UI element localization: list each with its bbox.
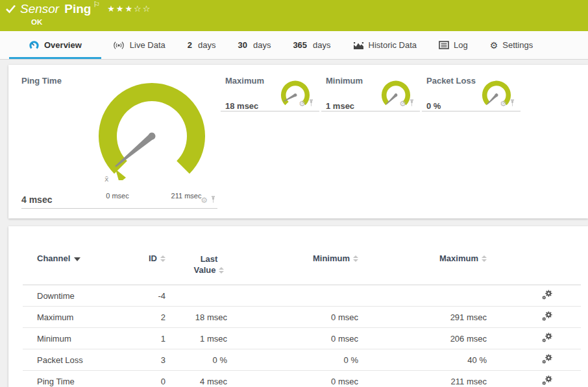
minimum-gauge-title: Minimum xyxy=(326,76,363,86)
channel-minimum: 0 % xyxy=(227,349,358,371)
col-header-last-value[interactable]: Last Value xyxy=(165,250,227,285)
channels-panel: Channel ID Last Value Minimum Maximum xyxy=(8,226,588,387)
channels-table: Channel ID Last Value Minimum Maximum xyxy=(23,250,581,387)
channel-id: -4 xyxy=(143,285,165,307)
table-row[interactable]: Ping Time 0 4 msec 0 msec 211 msec xyxy=(23,371,581,387)
flag-icon[interactable]: ⚐ xyxy=(93,0,100,9)
channel-maximum: 211 msec xyxy=(358,371,487,387)
tab-live-data[interactable]: Live Data xyxy=(101,31,177,59)
channel-id: 1 xyxy=(143,328,165,349)
ping-time-value: 4 msec xyxy=(21,194,52,205)
tab-settings[interactable]: ⚙ Settings xyxy=(479,31,545,59)
channel-last-value xyxy=(165,285,227,307)
packet-loss-value: 0 % xyxy=(426,101,441,111)
channel-settings-gears-icon[interactable] xyxy=(541,314,554,323)
sort-icon xyxy=(482,255,487,262)
table-row[interactable]: Downtime -4 xyxy=(23,285,581,307)
channel-minimum: 0 msec xyxy=(227,371,358,387)
channel-id: 3 xyxy=(143,349,165,371)
col-header-id[interactable]: ID xyxy=(143,250,165,285)
tab-overview[interactable]: Overview xyxy=(9,31,101,59)
col-header-minimum[interactable]: Minimum xyxy=(227,250,358,285)
ping-time-gauge xyxy=(95,79,209,180)
stars-empty: ☆☆ xyxy=(134,4,151,14)
channel-name[interactable]: Ping Time xyxy=(23,371,143,387)
tab-30-days[interactable]: 30 days xyxy=(227,31,282,59)
table-row[interactable]: Maximum 2 18 msec 0 msec 291 msec xyxy=(23,307,581,328)
tile-pin-icon[interactable] xyxy=(308,98,314,110)
channel-name[interactable]: Downtime xyxy=(23,285,143,307)
channel-name[interactable]: Maximum xyxy=(23,307,143,328)
channel-last-value: 18 msec xyxy=(165,307,227,328)
channel-minimum: 0 msec xyxy=(227,307,358,328)
sensor-name: Ping xyxy=(64,2,91,16)
sorted-desc-icon xyxy=(74,257,80,261)
maximum-gauge-tile: Maximum 18 msec ⚙ xyxy=(221,73,319,111)
tile-pin-icon[interactable] xyxy=(409,98,415,110)
channel-id: 0 xyxy=(143,371,165,387)
prtg-sensor-page: Sensor Ping ⚐ ★★★☆☆ OK Overview Live Dat… xyxy=(0,0,588,387)
channel-maximum: 206 msec xyxy=(358,328,487,349)
tab-30-days-number: 30 xyxy=(238,40,247,50)
channel-settings-gears-icon[interactable] xyxy=(541,292,554,302)
channel-last-value: 0 % xyxy=(165,349,227,371)
packet-loss-gauge-title: Packet Loss xyxy=(426,76,476,86)
main-gauge-title: Ping Time xyxy=(21,76,62,86)
tile-pin-icon[interactable] xyxy=(509,98,515,110)
col-header-maximum[interactable]: Maximum xyxy=(358,250,487,285)
minimum-value: 1 msec xyxy=(326,101,354,111)
log-icon xyxy=(439,41,449,49)
tile-settings-gear-icon[interactable]: ⚙ xyxy=(399,99,406,108)
tab-live-data-label: Live Data xyxy=(130,40,165,50)
tile-settings-gear-icon[interactable]: ⚙ xyxy=(500,99,507,108)
tab-overview-label: Overview xyxy=(44,40,82,50)
tab-historic-data-label: Historic Data xyxy=(369,40,417,50)
tab-settings-label: Settings xyxy=(502,40,533,50)
channel-maximum: 40 % xyxy=(358,349,487,371)
status-ok-check-icon xyxy=(5,4,16,16)
status-badge: OK xyxy=(31,18,42,26)
maximum-value: 18 msec xyxy=(225,101,258,111)
channel-last-value: 4 msec xyxy=(165,371,227,387)
tab-log-label: Log xyxy=(454,40,468,50)
sort-icon xyxy=(219,267,224,274)
priority-stars[interactable]: ★★★☆☆ xyxy=(107,4,151,14)
tab-bar: Overview Live Data 2 days 30 days 365 da… xyxy=(0,31,588,60)
tab-2-days-label: days xyxy=(198,40,215,50)
channel-maximum: 291 msec xyxy=(358,307,487,328)
tab-30-days-label: days xyxy=(253,40,271,50)
sensor-type-label: Sensor xyxy=(20,2,59,16)
tile-settings-gear-icon[interactable]: ⚙ xyxy=(201,196,208,205)
tab-365-days[interactable]: 365 days xyxy=(282,31,341,59)
ping-time-gauge-tile: Ping Time x̄ 0 msec 211 msec 4 msec ⚙ xyxy=(21,73,217,209)
table-row[interactable]: Minimum 1 1 msec 0 msec 206 msec xyxy=(23,328,581,349)
channel-minimum xyxy=(227,285,358,307)
sensor-header: Sensor Ping ⚐ ★★★☆☆ OK xyxy=(0,0,588,31)
sort-icon xyxy=(353,255,358,262)
gear-icon: ⚙ xyxy=(490,40,498,51)
channel-settings-gears-icon[interactable] xyxy=(541,378,554,387)
tab-historic-data[interactable]: Historic Data xyxy=(342,31,428,59)
tile-settings-gear-icon[interactable]: ⚙ xyxy=(299,99,306,108)
broadcast-icon xyxy=(112,41,125,50)
channel-maximum xyxy=(358,285,487,307)
packet-loss-gauge-tile: Packet Loss 0 % ⚙ xyxy=(422,73,521,111)
sort-icon xyxy=(160,255,165,262)
gauge-min-label: 0 msec xyxy=(98,192,137,200)
col-header-channel[interactable]: Channel xyxy=(23,250,143,285)
tab-365-days-label: days xyxy=(313,40,330,50)
channel-minimum: 0 msec xyxy=(227,328,358,349)
channel-name[interactable]: Minimum xyxy=(23,328,143,349)
channel-name[interactable]: Packet Loss xyxy=(23,349,143,371)
channel-settings-gears-icon[interactable] xyxy=(541,335,554,345)
area-chart-icon xyxy=(353,41,364,50)
tab-2-days-number: 2 xyxy=(188,40,192,50)
tab-2-days[interactable]: 2 days xyxy=(177,31,227,59)
gauges-panel: Ping Time x̄ 0 msec 211 msec 4 msec ⚙ Ma… xyxy=(8,65,588,218)
average-marker: x̄ xyxy=(104,175,109,183)
table-row[interactable]: Packet Loss 3 0 % 0 % 40 % xyxy=(23,349,581,371)
channel-last-value: 1 msec xyxy=(165,328,227,349)
tile-pin-icon[interactable] xyxy=(210,194,216,206)
tab-log[interactable]: Log xyxy=(428,31,479,59)
channel-settings-gears-icon[interactable] xyxy=(541,357,554,366)
